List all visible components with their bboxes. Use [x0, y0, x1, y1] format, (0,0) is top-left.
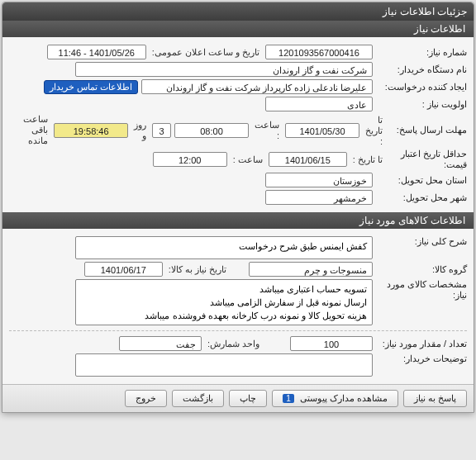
window-titlebar: جزئیات اطلاعات نیاز: [2, 2, 474, 21]
section2-heading: اطلاعات کالاهای مورد نیاز: [359, 215, 465, 226]
need-no-value: 1201093567000416: [265, 45, 373, 59]
need-info-pane: شماره نیاز: 1201093567000416 تاریخ و ساع…: [2, 37, 474, 212]
reply-deadline-label: مهلت ارسال پاسخ:: [388, 125, 467, 135]
city-value: خرمشهر: [265, 190, 373, 205]
buyer-org-value: شرکت نفت و گاز اروندان: [75, 62, 373, 77]
province-label: استان محل تحویل:: [376, 175, 467, 186]
priority-label: اولویت نیاز :: [376, 99, 467, 110]
unit-value: جفت: [119, 336, 202, 351]
priority-value: عادی: [265, 97, 373, 111]
section-goods-header: اطلاعات کالاهای مورد نیاز: [2, 212, 474, 229]
attachments-count-badge: 1: [283, 394, 294, 403]
days-remaining: 3: [152, 123, 171, 138]
until-label-1: تا تاریخ :: [363, 115, 385, 146]
section-need-info-header: اطلاعات نیاز: [2, 21, 474, 37]
need-by-value: 1401/06/17: [84, 262, 163, 277]
group-value: منسوجات و چرم: [249, 262, 373, 277]
separator: [9, 330, 467, 331]
qty-label: تعداد / مقدار مورد نیاز:: [376, 339, 467, 349]
creator-label: ایجاد کننده درخواست:: [376, 82, 467, 92]
unit-label: واحد شمارش:: [205, 339, 262, 349]
group-label: گروه کالا:: [376, 264, 467, 275]
spec-value: تسویه حساب اعتباری میباشد ارسال نمونه قب…: [75, 279, 373, 325]
content-area: اطلاعات نیاز شماره نیاز: 120109356700041…: [2, 21, 474, 412]
need-by-label: تاریخ نیاز به کالا:: [166, 264, 229, 275]
pub-date-value: 1401/05/26 - 11:46: [47, 45, 146, 59]
remain-label: ساعت باقی مانده: [9, 114, 50, 146]
price-valid-date: 1401/06/15: [269, 152, 347, 167]
qty-value: 100: [290, 336, 373, 351]
desc-label: شرح کلی نیاز:: [376, 236, 467, 247]
buyer-org-label: نام دستگاه خریدار:: [376, 64, 467, 75]
buyer-notes-label: توضیحات خریدار:: [376, 353, 467, 364]
reply-time-value: 08:00: [174, 123, 249, 138]
attachments-button[interactable]: مشاهده مدارک پیوستی 1: [272, 390, 398, 407]
attachments-label: مشاهده مدارک پیوستی: [300, 393, 388, 403]
reply-button[interactable]: پاسخ به نیاز: [403, 390, 467, 407]
city-label: شهر محل تحویل:: [376, 192, 467, 203]
day-and-word: روز و: [131, 120, 149, 141]
buyer-notes-value: [75, 353, 373, 377]
exit-button[interactable]: خروج: [125, 390, 167, 407]
need-no-label: شماره نیاز:: [376, 47, 467, 58]
buyer-contact-link[interactable]: اطلاعات تماس خریدار: [44, 80, 138, 94]
creator-value: علیرضا نادعلی زاده کارپرداز شرکت نفت و گ…: [141, 79, 373, 94]
countdown-value: 19:58:46: [54, 123, 128, 138]
desc-value: کفش ایمنس طبق شرح درخواست: [75, 236, 373, 259]
time-label-2: ساعت :: [231, 154, 265, 165]
print-button[interactable]: چاپ: [229, 390, 267, 407]
province-value: خوزستان: [265, 173, 373, 187]
button-bar: پاسخ به نیاز مشاهده مدارک پیوستی 1 چاپ ب…: [2, 384, 474, 412]
back-button[interactable]: بازگشت: [172, 390, 224, 407]
until-label-2: تا تاریخ :: [350, 154, 385, 165]
goods-pane: شرح کلی نیاز: کفش ایمنس طبق شرح درخواست …: [2, 229, 474, 384]
reply-date-value: 1401/05/30: [285, 123, 359, 138]
section1-heading: اطلاعات نیاز: [414, 23, 465, 35]
spec-label: مشخصات کالای مورد نیاز:: [376, 279, 467, 301]
time-label-1: ساعت :: [252, 120, 282, 140]
need-details-window: جزئیات اطلاعات نیاز اطلاعات نیاز شماره ن…: [2, 2, 474, 413]
price-valid-label: حداقل تاریخ اعتبار قیمت:: [388, 149, 467, 170]
pub-date-label: تاریخ و ساعت اعلان عمومی:: [150, 47, 262, 58]
price-valid-time: 12:00: [153, 152, 227, 167]
window-title: جزئیات اطلاعات نیاز: [383, 6, 467, 17]
